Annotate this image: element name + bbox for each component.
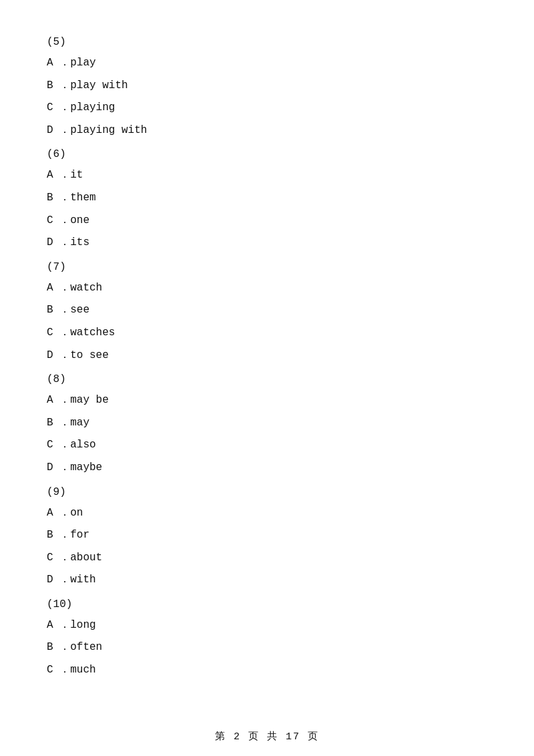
option-q7-c: C ．watches: [47, 325, 487, 342]
option-q5-d: D ．playing with: [47, 122, 487, 140]
question-number-q9: (9): [47, 486, 487, 498]
option-q5-a: A ．play: [47, 55, 487, 72]
question-number-q6: (6): [47, 148, 487, 160]
option-q10-b: B ．often: [47, 639, 487, 656]
option-q9-c: C ．about: [47, 550, 487, 567]
option-q8-b: B ．may: [47, 415, 487, 432]
option-q9-d: D ．with: [47, 572, 487, 589]
page-content: (5)A ．playB ．play withC ．playingD ．playi…: [0, 0, 534, 725]
question-number-q8: (8): [47, 373, 487, 385]
question-number-q5: (5): [47, 36, 487, 48]
footer-text: 第 2 页 共 17 页: [215, 731, 319, 743]
option-q9-a: A ．on: [47, 505, 487, 522]
option-q7-b: B ．see: [47, 302, 487, 319]
option-q6-c: C ．one: [47, 212, 487, 230]
option-q6-b: B ．them: [47, 190, 487, 207]
page-footer: 第 2 页 共 17 页: [0, 730, 534, 743]
option-q8-a: A ．may be: [47, 392, 487, 409]
option-q7-d: D ．to see: [47, 347, 487, 365]
option-q8-c: C ．also: [47, 437, 487, 454]
question-number-q10: (10): [47, 598, 487, 610]
option-q9-b: B ．for: [47, 527, 487, 544]
option-q10-c: C ．much: [47, 662, 487, 679]
option-q8-d: D ．maybe: [47, 459, 487, 477]
option-q6-a: A ．it: [47, 167, 487, 184]
option-q6-d: D ．its: [47, 234, 487, 252]
question-number-q7: (7): [47, 261, 487, 273]
option-q5-b: B ．play with: [47, 77, 487, 95]
option-q10-a: A ．long: [47, 617, 487, 634]
option-q7-a: A ．watch: [47, 280, 487, 297]
option-q5-c: C ．playing: [47, 100, 487, 117]
